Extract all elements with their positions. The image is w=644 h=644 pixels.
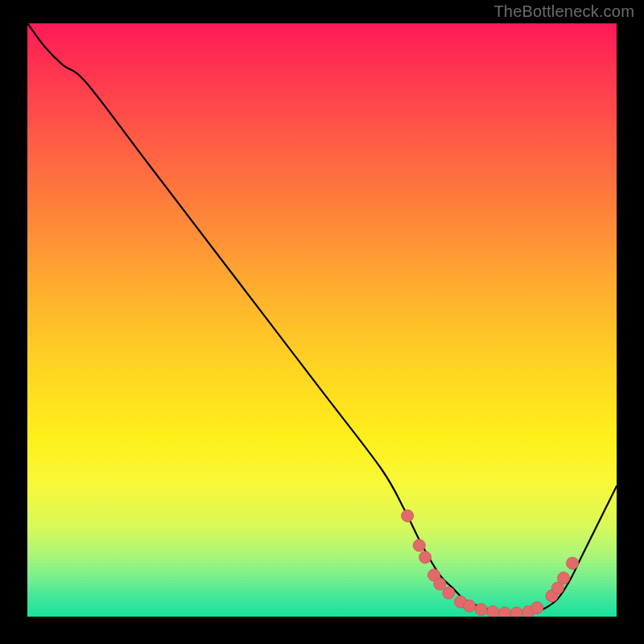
curve-marker [443, 587, 455, 599]
curve-layer [27, 23, 617, 617]
curve-marker [567, 557, 579, 569]
curve-marker [413, 539, 425, 551]
plot-area [27, 23, 617, 617]
curve-marker [531, 601, 543, 613]
curve-marker [434, 578, 446, 590]
attribution-text: TheBottleneck.com [493, 2, 634, 21]
curve-marker [498, 607, 510, 617]
curve-markers [402, 510, 579, 617]
curve-marker [402, 510, 414, 522]
curve-marker [475, 604, 487, 616]
curve-marker [558, 572, 570, 584]
curve-marker [487, 606, 499, 617]
curve-marker [464, 600, 476, 612]
chart-root: TheBottleneck.com [0, 0, 644, 644]
curve-marker [419, 551, 431, 564]
bottleneck-curve [27, 23, 617, 614]
curve-marker [510, 607, 522, 617]
